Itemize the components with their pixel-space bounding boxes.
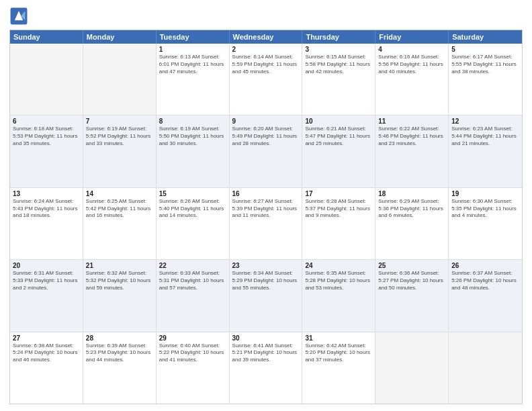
day-info: Sunrise: 6:40 AM Sunset: 5:22 PM Dayligh… [159,342,226,364]
header-day-friday: Friday [375,30,449,44]
day-cell-16: 16Sunrise: 6:27 AM Sunset: 5:39 PM Dayli… [230,188,303,259]
day-info: Sunrise: 6:34 AM Sunset: 5:29 PM Dayligh… [232,270,300,291]
day-info: Sunrise: 6:37 AM Sunset: 5:26 PM Dayligh… [451,270,519,291]
day-info: Sunrise: 6:14 AM Sunset: 5:59 PM Dayligh… [232,54,300,75]
day-info: Sunrise: 6:36 AM Sunset: 5:27 PM Dayligh… [378,270,445,291]
day-info: Sunrise: 6:17 AM Sunset: 5:55 PM Dayligh… [451,54,519,75]
day-number: 10 [305,118,372,125]
header-day-monday: Monday [83,30,157,44]
empty-cell [375,332,449,404]
calendar-row-0: 1Sunrise: 6:13 AM Sunset: 6:01 PM Daylig… [10,44,522,115]
day-number: 7 [86,118,153,125]
day-cell-1: 1Sunrise: 6:13 AM Sunset: 6:01 PM Daylig… [157,44,230,115]
day-number: 26 [451,262,519,269]
day-info: Sunrise: 6:24 AM Sunset: 5:43 PM Dayligh… [13,198,80,220]
day-cell-18: 18Sunrise: 6:29 AM Sunset: 5:36 PM Dayli… [375,188,449,259]
day-number: 28 [86,334,153,342]
day-cell-15: 15Sunrise: 6:26 AM Sunset: 5:40 PM Dayli… [157,188,230,259]
day-number: 27 [13,334,80,342]
day-cell-24: 24Sunrise: 6:35 AM Sunset: 5:28 PM Dayli… [302,260,375,331]
empty-cell [449,332,522,404]
day-info: Sunrise: 6:20 AM Sunset: 5:49 PM Dayligh… [232,126,300,147]
day-cell-5: 5Sunrise: 6:17 AM Sunset: 5:55 PM Daylig… [449,44,522,115]
day-cell-29: 29Sunrise: 6:40 AM Sunset: 5:22 PM Dayli… [157,332,230,404]
day-info: Sunrise: 6:16 AM Sunset: 5:56 PM Dayligh… [378,54,445,75]
day-number: 14 [86,190,153,197]
logo [9,7,31,26]
header-day-sunday: Sunday [10,30,83,44]
day-cell-11: 11Sunrise: 6:22 AM Sunset: 5:46 PM Dayli… [375,116,449,187]
day-info: Sunrise: 6:32 AM Sunset: 5:32 PM Dayligh… [86,270,153,291]
day-info: Sunrise: 6:27 AM Sunset: 5:39 PM Dayligh… [232,198,300,220]
header-day-tuesday: Tuesday [157,30,230,44]
day-cell-27: 27Sunrise: 6:38 AM Sunset: 5:24 PM Dayli… [10,332,83,404]
day-number: 19 [451,190,519,197]
day-cell-22: 22Sunrise: 6:33 AM Sunset: 5:31 PM Dayli… [157,260,230,331]
day-number: 18 [378,190,445,197]
page-header [9,7,523,26]
day-number: 24 [305,262,372,269]
day-info: Sunrise: 6:39 AM Sunset: 5:23 PM Dayligh… [86,342,153,364]
day-cell-4: 4Sunrise: 6:16 AM Sunset: 5:56 PM Daylig… [375,44,449,115]
day-info: Sunrise: 6:28 AM Sunset: 5:37 PM Dayligh… [305,198,372,220]
day-info: Sunrise: 6:21 AM Sunset: 5:47 PM Dayligh… [305,126,372,147]
day-cell-30: 30Sunrise: 6:41 AM Sunset: 5:21 PM Dayli… [230,332,303,404]
day-number: 3 [305,46,372,53]
day-number: 1 [159,46,226,53]
day-number: 15 [159,190,226,197]
day-number: 21 [86,262,153,269]
day-info: Sunrise: 6:25 AM Sunset: 5:42 PM Dayligh… [86,198,153,220]
empty-cell [83,44,157,115]
day-number: 11 [378,118,445,125]
calendar-row-4: 27Sunrise: 6:38 AM Sunset: 5:24 PM Dayli… [10,332,522,404]
day-cell-9: 9Sunrise: 6:20 AM Sunset: 5:49 PM Daylig… [230,116,303,187]
day-cell-8: 8Sunrise: 6:19 AM Sunset: 5:50 PM Daylig… [157,116,230,187]
day-info: Sunrise: 6:33 AM Sunset: 5:31 PM Dayligh… [159,270,226,291]
day-info: Sunrise: 6:41 AM Sunset: 5:21 PM Dayligh… [232,342,300,364]
header-day-thursday: Thursday [302,30,375,44]
day-cell-20: 20Sunrise: 6:31 AM Sunset: 5:33 PM Dayli… [10,260,83,331]
day-number: 30 [232,334,300,342]
logo-icon [9,7,28,26]
day-cell-26: 26Sunrise: 6:37 AM Sunset: 5:26 PM Dayli… [449,260,522,331]
day-number: 4 [378,46,445,53]
calendar-row-1: 6Sunrise: 6:18 AM Sunset: 5:53 PM Daylig… [10,115,522,187]
day-cell-3: 3Sunrise: 6:15 AM Sunset: 5:58 PM Daylig… [302,44,375,115]
day-number: 20 [13,262,80,269]
day-number: 23 [232,262,300,269]
day-info: Sunrise: 6:19 AM Sunset: 5:52 PM Dayligh… [86,126,153,147]
day-info: Sunrise: 6:19 AM Sunset: 5:50 PM Dayligh… [159,126,226,147]
calendar: SundayMondayTuesdayWednesdayThursdayFrid… [9,30,523,404]
header-day-wednesday: Wednesday [230,30,303,44]
day-cell-25: 25Sunrise: 6:36 AM Sunset: 5:27 PM Dayli… [375,260,449,331]
day-cell-10: 10Sunrise: 6:21 AM Sunset: 5:47 PM Dayli… [302,116,375,187]
empty-cell [10,44,83,115]
day-cell-19: 19Sunrise: 6:30 AM Sunset: 5:35 PM Dayli… [449,188,522,259]
day-cell-14: 14Sunrise: 6:25 AM Sunset: 5:42 PM Dayli… [83,188,157,259]
day-cell-23: 23Sunrise: 6:34 AM Sunset: 5:29 PM Dayli… [230,260,303,331]
day-cell-12: 12Sunrise: 6:23 AM Sunset: 5:44 PM Dayli… [449,116,522,187]
day-info: Sunrise: 6:29 AM Sunset: 5:36 PM Dayligh… [378,198,445,220]
day-info: Sunrise: 6:30 AM Sunset: 5:35 PM Dayligh… [451,198,519,220]
day-number: 13 [13,190,80,197]
day-number: 25 [378,262,445,269]
day-cell-6: 6Sunrise: 6:18 AM Sunset: 5:53 PM Daylig… [10,116,83,187]
day-number: 29 [159,334,226,342]
day-info: Sunrise: 6:38 AM Sunset: 5:24 PM Dayligh… [13,342,80,364]
day-number: 5 [451,46,519,53]
day-info: Sunrise: 6:23 AM Sunset: 5:44 PM Dayligh… [451,126,519,147]
day-info: Sunrise: 6:35 AM Sunset: 5:28 PM Dayligh… [305,270,372,291]
calendar-header: SundayMondayTuesdayWednesdayThursdayFrid… [10,30,522,44]
day-cell-7: 7Sunrise: 6:19 AM Sunset: 5:52 PM Daylig… [83,116,157,187]
day-number: 8 [159,118,226,125]
header-day-saturday: Saturday [449,30,522,44]
day-cell-13: 13Sunrise: 6:24 AM Sunset: 5:43 PM Dayli… [10,188,83,259]
day-info: Sunrise: 6:42 AM Sunset: 5:20 PM Dayligh… [305,342,372,364]
day-info: Sunrise: 6:18 AM Sunset: 5:53 PM Dayligh… [13,126,80,147]
day-number: 9 [232,118,300,125]
day-number: 12 [451,118,519,125]
day-info: Sunrise: 6:26 AM Sunset: 5:40 PM Dayligh… [159,198,226,220]
day-number: 2 [232,46,300,53]
day-number: 6 [13,118,80,125]
day-cell-31: 31Sunrise: 6:42 AM Sunset: 5:20 PM Dayli… [302,332,375,404]
